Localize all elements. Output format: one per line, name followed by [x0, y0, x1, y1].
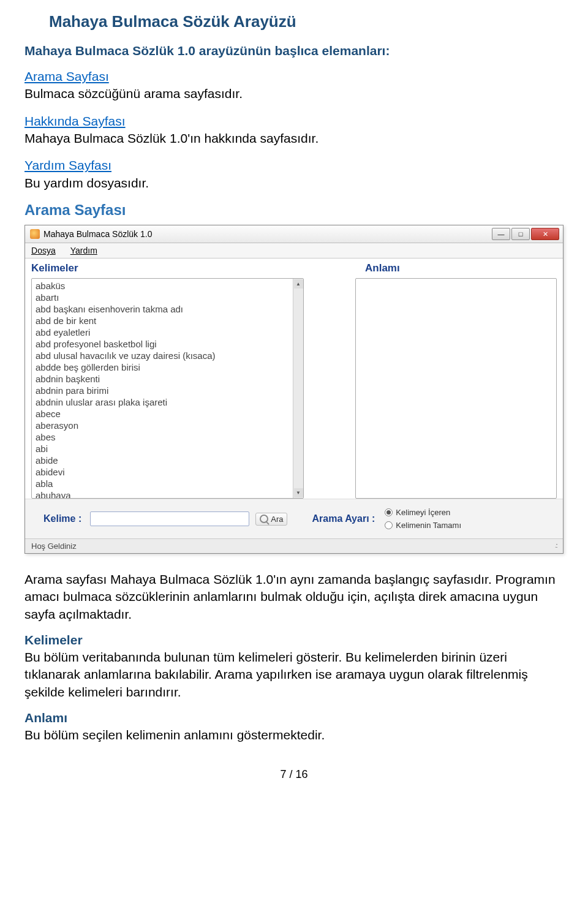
search-button-label: Ara: [271, 515, 283, 524]
search-label: Kelime :: [43, 513, 81, 524]
app-window: Mahaya Bulmaca Sözlük 1.0 — □ ✕ Dosya Ya…: [24, 225, 564, 554]
list-item[interactable]: abd profesyonel basketbol ligi: [36, 338, 289, 350]
list-item[interactable]: abd ulusal havacılık ve uzay dairesi (kı…: [36, 350, 289, 361]
list-item[interactable]: abartı: [36, 292, 289, 303]
radio-icon: [385, 521, 393, 529]
search-button[interactable]: Ara: [255, 513, 287, 526]
search-input[interactable]: [90, 511, 249, 526]
list-item[interactable]: abd de bir kent: [36, 315, 289, 326]
list-item[interactable]: abla: [36, 478, 289, 489]
list-item[interactable]: abdnin para birimi: [36, 385, 289, 396]
page-number: 7 / 16: [24, 768, 564, 781]
menu-bar: Dosya Yardım: [25, 243, 563, 258]
app-icon: [30, 229, 40, 239]
maximize-button[interactable]: □: [511, 228, 530, 240]
arama-desc: Bulmaca sözcüğünü arama sayfasıdır.: [24, 86, 243, 100]
link-arama-sayfasi[interactable]: Arama Sayfası: [24, 69, 109, 83]
list-item[interactable]: abdde beş göllerden birisi: [36, 361, 289, 373]
title-bar: Mahaya Bulmaca Sözlük 1.0 — □ ✕: [25, 225, 563, 243]
status-bar: Hoş Geldiniz .::: [25, 538, 563, 553]
list-item[interactable]: abi: [36, 443, 289, 455]
list-item[interactable]: abes: [36, 431, 289, 443]
radio-icon: [385, 508, 393, 516]
radio-group: Kelimeyi İçeren Kelimenin Tamamı: [385, 508, 461, 530]
status-text: Hoş Geldiniz: [31, 542, 77, 551]
radio-option-iceren[interactable]: Kelimeyi İçeren: [385, 508, 461, 517]
list-item[interactable]: abuhava: [36, 489, 289, 498]
window-title: Mahaya Bulmaca Sözlük 1.0: [43, 229, 152, 239]
list-item[interactable]: abd başkanı eisenhoverin takma adı: [36, 303, 289, 315]
resize-grip-icon[interactable]: .::: [555, 542, 557, 551]
para-kelimeler: Bu bölüm veritabanında bulunan tüm kelim…: [24, 649, 564, 701]
close-button[interactable]: ✕: [531, 228, 559, 240]
search-row: Kelime : Ara Arama Ayarı : Kelimeyi İçer…: [25, 499, 563, 538]
panel-header-kelimeler: Kelimeler: [31, 262, 365, 274]
minimize-button[interactable]: —: [492, 228, 510, 240]
menu-yardim[interactable]: Yardım: [70, 246, 97, 255]
link-yardim-sayfasi[interactable]: Yardım Sayfası: [24, 158, 111, 172]
search-setting-label: Arama Ayarı :: [312, 513, 375, 524]
list-item[interactable]: abdnin uluslar arası plaka işareti: [36, 396, 289, 408]
scroll-down-icon[interactable]: ▼: [294, 488, 303, 497]
scroll-up-icon[interactable]: ▲: [294, 279, 303, 289]
section-arama-sayfasi: Arama Sayfası: [24, 202, 564, 219]
list-item[interactable]: abece: [36, 408, 289, 420]
list-item[interactable]: abd eyaletleri: [36, 326, 289, 338]
radio-option-tamami[interactable]: Kelimenin Tamamı: [385, 521, 461, 530]
para-arama-desc: Arama sayfası Mahaya Bulmaca Sözlük 1.0'…: [24, 571, 564, 623]
page-title: Mahaya Bulmaca Sözük Arayüzü: [49, 12, 564, 31]
heading-kelimeler: Kelimeler: [24, 633, 564, 647]
menu-dosya[interactable]: Dosya: [31, 246, 56, 255]
list-item[interactable]: abidevi: [36, 466, 289, 478]
list-item[interactable]: abdnin başkenti: [36, 373, 289, 385]
para-anlami: Bu bölüm seçilen kelimenin anlamını göst…: [24, 726, 564, 744]
hakkinda-desc: Mahaya Bulmaca Sözlük 1.0'ın hakkında sa…: [24, 131, 318, 145]
word-list-box[interactable]: abaküsabartıabd başkanı eisenhoverin tak…: [31, 278, 304, 499]
list-item[interactable]: abaküs: [36, 280, 289, 292]
radio-label-iceren: Kelimeyi İçeren: [396, 508, 450, 517]
panel-header-anlami: Anlamı: [365, 262, 400, 274]
heading-anlami: Anlamı: [24, 711, 564, 725]
search-icon: [260, 515, 268, 523]
list-item[interactable]: abide: [36, 455, 289, 466]
list-item[interactable]: aberasyon: [36, 420, 289, 431]
link-hakkinda-sayfasi[interactable]: Hakkında Sayfası: [24, 114, 126, 128]
intro-line: Mahaya Bulmaca Sözlük 1.0 arayüzünün baş…: [24, 43, 564, 58]
radio-label-tamami: Kelimenin Tamamı: [396, 521, 461, 530]
meaning-panel: [355, 278, 557, 499]
yardim-desc: Bu yardım dosyasıdır.: [24, 176, 149, 190]
scrollbar[interactable]: ▲ ▼: [293, 279, 303, 498]
